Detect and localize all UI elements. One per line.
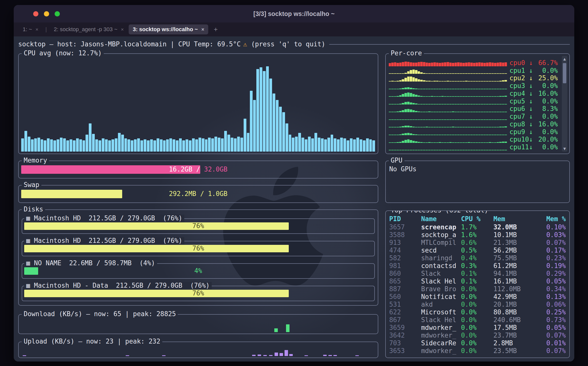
process-cpu: 0.0% (461, 293, 493, 301)
scroll-thumb[interactable] (563, 63, 566, 84)
core-label: cpu5 ↓ (509, 98, 534, 105)
process-mem-pct: 0.19% (542, 262, 566, 270)
column-header: Mem (493, 215, 542, 223)
core-usage-value: 0.0% (536, 82, 558, 90)
process-mem: 17.5MB (493, 324, 542, 332)
close-window-button[interactable] (33, 11, 38, 16)
disk-label-text: Macintosh HD - Data 212.5GB / 279.0GB (7… (34, 282, 209, 289)
process-mem: 32.0MB (493, 224, 542, 231)
host-info: socktop — host: Jasons-MBP.localdomain |… (18, 41, 241, 48)
process-pid: 981 (389, 262, 421, 270)
scroll-down-icon[interactable]: ▼ (563, 146, 566, 151)
status-header: socktop — host: Jasons-MBP.localdomain |… (18, 39, 570, 50)
process-cpu: 0.0% (461, 340, 493, 347)
percore-scrollbar[interactable]: ▲ ▼ (562, 56, 567, 152)
tab-close-icon[interactable]: × (201, 27, 204, 32)
upload-chart (21, 346, 375, 356)
process-name: contactsd (421, 262, 461, 270)
process-mem-pct: 0.34% (542, 285, 566, 293)
core-label: cpu3 ↓ (509, 82, 534, 90)
process-mem: 240.6MB (493, 316, 542, 324)
process-mem-pct: 0.73% (542, 316, 566, 324)
process-mem-pct: 0.29% (542, 270, 566, 277)
download-chart (21, 319, 375, 332)
core-usage-value: 8.3% (536, 105, 558, 113)
terminal-window: [3/3] socktop ws://localho ~ 1: ~×|2: so… (14, 5, 574, 362)
process-row: 622Microsoft0.0%80.8MB0.25% (389, 308, 566, 316)
process-mem: 56.2MB (493, 247, 542, 254)
disk-label-text: Macintosh HD 212.5GB / 279.0GB (76%) (34, 237, 182, 244)
cpu-avg-panel: CPU avg (now: 12.7%) (18, 53, 378, 154)
swap-title: Swap (22, 181, 41, 189)
disk-usage-bar: 76% (24, 222, 372, 230)
process-pid: 3642 (389, 332, 421, 339)
process-cpu: 0.0% (461, 301, 493, 308)
percore-row: cpu10↓20.0% (389, 136, 558, 143)
swap-panel: Swap 292.2MB / 1.0GB (18, 185, 378, 203)
process-cpu: 0.3% (461, 262, 493, 270)
process-pid: 622 (389, 309, 421, 316)
core-usage-value: 0.0% (536, 113, 558, 120)
terminal-content[interactable]: socktop — host: Jasons-MBP.localdomain |… (14, 36, 574, 362)
process-row: 3653mdworker_0.0%23.5MB0.07% (389, 347, 566, 355)
process-mem: 112.0MB (493, 285, 542, 293)
percore-sparkline (389, 91, 507, 97)
process-mem-pct: 0.25% (542, 309, 566, 316)
process-name: Notificat (421, 293, 461, 301)
tab-2[interactable]: 2: socktop_agent -p 303 ~× (50, 24, 128, 34)
disk-item: ▦ Macintosh HD 212.5GB / 279.0GB (76%)76… (22, 241, 375, 256)
process-name: mdworker_ (421, 332, 461, 339)
cpu-avg-chart (21, 58, 375, 152)
percore-sparkline (389, 129, 507, 135)
process-pid: 867 (389, 316, 421, 324)
process-mem-pct: 0.01% (542, 340, 566, 347)
core-label: cpu4 ↓ (509, 90, 534, 97)
percore-sparkline (389, 144, 507, 150)
core-label: cpu8 ↓ (509, 121, 534, 128)
scroll-up-icon[interactable]: ▲ (563, 56, 566, 61)
core-usage-value: 66.7% (536, 59, 558, 67)
memory-used-value: 16.2GB / (169, 166, 200, 173)
percore-sparkline (389, 68, 507, 74)
minimize-window-button[interactable] (44, 11, 49, 16)
tab-3[interactable]: 3: socktop ws://localho ~× (129, 24, 208, 34)
percore-row: cpu1 ↓0.0% (389, 67, 558, 75)
percore-panel: Per-core cpu0 ↓66.7%cpu1 ↓0.0%cpu2 ↓25.0… (385, 53, 570, 154)
percore-row: cpu0 ↓66.7% (389, 59, 558, 67)
cpu-avg-title: CPU avg (now: 12.7%) (22, 50, 104, 57)
tab-label: 2: socktop_agent -p 303 ~ (54, 26, 117, 33)
process-cpu: 0.0% (461, 309, 493, 316)
core-label: cpu11↓ (509, 144, 534, 151)
percore-row: cpu9 ↓0.0% (389, 128, 558, 136)
tab-1[interactable]: 1: ~× (19, 24, 42, 34)
disk-item: ▦ Macintosh HD - Data 212.5GB / 279.0GB … (22, 286, 375, 301)
process-name: socktop_a (421, 231, 461, 239)
memory-bar-label: 16.2GB / 32.0GB (21, 165, 375, 175)
memory-total-value: 32.0GB (200, 166, 228, 173)
tab-bar: 1: ~×|2: socktop_agent -p 303 ~×3: sockt… (14, 22, 574, 36)
new-tab-button[interactable]: + (209, 26, 222, 33)
process-row: 981contactsd0.3%61.2MB0.19% (389, 262, 566, 270)
scroll-track[interactable] (562, 61, 567, 146)
process-mem-pct: 0.07% (542, 332, 566, 339)
process-pid: 3659 (389, 324, 421, 332)
zoom-window-button[interactable] (55, 11, 60, 16)
core-label: cpu10↓ (509, 136, 534, 143)
core-usage-value: 0.0% (536, 67, 558, 75)
column-header: PID (389, 215, 421, 223)
process-mem-pct: 0.23% (542, 255, 566, 262)
percore-sparkline (389, 106, 507, 112)
tab-separator: | (43, 26, 49, 33)
process-mem: 61.2MB (493, 262, 542, 270)
percore-sparkline (389, 60, 507, 66)
disk-item: ▦ Macintosh HD 212.5GB / 279.0GB (76%)76… (22, 218, 375, 234)
process-row: 531akd0.0%20.1MB0.06% (389, 301, 566, 308)
core-label: cpu1 ↓ (509, 67, 534, 75)
tab-close-icon[interactable]: × (121, 27, 124, 32)
column-header: Mem % (542, 215, 566, 223)
tab-close-icon[interactable]: × (35, 27, 38, 32)
process-pid: 582 (389, 255, 421, 262)
download-title: Download (KB/s) — now: 65 | peak: 28825 (22, 310, 178, 318)
gpu-panel: GPU No GPUs (385, 161, 570, 203)
core-usage-value: 0.0% (536, 98, 558, 105)
